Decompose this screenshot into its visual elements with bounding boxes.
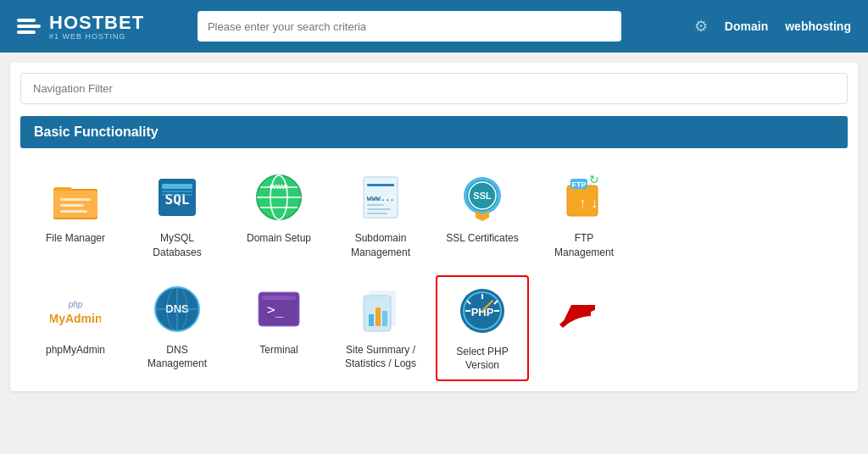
icon-item-file-manager[interactable]: File Manager bbox=[29, 163, 122, 267]
file-manager-label: File Manager bbox=[46, 231, 105, 246]
svg-rect-25 bbox=[367, 208, 391, 210]
header: HOSTBET #1 WEB HOSTING ⚙ Domain webhosti… bbox=[0, 0, 868, 53]
svg-rect-6 bbox=[60, 210, 87, 213]
gear-icon[interactable]: ⚙ bbox=[694, 17, 708, 36]
red-arrow bbox=[527, 305, 595, 351]
domain-setup-label: Domain Setup bbox=[247, 231, 311, 246]
site-summary-icon bbox=[353, 282, 408, 336]
logo-area: HOSTBET #1 WEB HOSTING bbox=[17, 12, 153, 41]
nav-domain[interactable]: Domain bbox=[725, 19, 768, 33]
site-summary-label: Site Summary /Statistics / Logs bbox=[345, 343, 416, 372]
ftp-label: FTPManagement bbox=[554, 231, 614, 260]
logo-icon bbox=[17, 19, 41, 34]
search-bar[interactable] bbox=[198, 11, 621, 42]
terminal-icon: >_ bbox=[252, 282, 306, 336]
mysql-icon: SQL bbox=[150, 170, 204, 224]
svg-text:www: www bbox=[269, 182, 288, 191]
nav-webhosting[interactable]: webhosting bbox=[785, 19, 851, 33]
nav-filter-input[interactable] bbox=[20, 73, 848, 104]
search-input[interactable] bbox=[208, 20, 611, 33]
icon-item-subdomain[interactable]: www... SubdomainManagement bbox=[334, 163, 427, 267]
icon-grid-row2: php MyAdmin phpMyAdmin DNS DNSManagement bbox=[20, 275, 848, 382]
icon-item-site-summary[interactable]: Site Summary /Statistics / Logs bbox=[334, 275, 427, 382]
php-version-label: Select PHPVersion bbox=[456, 345, 508, 374]
ssl-icon: SSL bbox=[455, 170, 509, 224]
header-right: ⚙ Domain webhosting bbox=[694, 17, 851, 36]
svg-text:SSL: SSL bbox=[473, 191, 492, 201]
php-version-icon: PHP bbox=[455, 284, 509, 338]
icon-grid-row1: File Manager SQL MySQLDatabases bbox=[20, 163, 848, 267]
mysql-label: MySQLDatabases bbox=[153, 231, 201, 260]
subdomain-icon: www... bbox=[353, 170, 408, 224]
svg-rect-11 bbox=[162, 194, 192, 196]
ssl-label: SSL Certificates bbox=[446, 231, 519, 246]
icon-item-dns[interactable]: DNS DNSManagement bbox=[131, 275, 224, 382]
svg-text:FTP: FTP bbox=[572, 180, 587, 189]
svg-rect-50 bbox=[262, 296, 296, 300]
terminal-label: Terminal bbox=[259, 343, 298, 357]
svg-text:php: php bbox=[68, 300, 83, 309]
svg-rect-5 bbox=[60, 204, 84, 207]
svg-rect-22 bbox=[367, 184, 394, 186]
svg-rect-24 bbox=[367, 204, 384, 206]
svg-text:SQL: SQL bbox=[165, 191, 190, 208]
section-header: Basic Functionality bbox=[20, 116, 848, 148]
svg-rect-53 bbox=[369, 314, 374, 326]
svg-text:PHP: PHP bbox=[471, 306, 494, 318]
subdomain-label: SubdomainManagement bbox=[351, 231, 410, 260]
svg-text:>_: >_ bbox=[267, 302, 284, 318]
icon-item-phpmyadmin[interactable]: php MyAdmin phpMyAdmin bbox=[29, 275, 122, 382]
icon-item-mysql[interactable]: SQL MySQLDatabases bbox=[131, 163, 224, 267]
svg-text:MyAdmin: MyAdmin bbox=[50, 312, 101, 325]
dns-icon: DNS bbox=[150, 282, 204, 336]
svg-rect-54 bbox=[376, 307, 381, 326]
phpmyadmin-icon: php MyAdmin bbox=[48, 282, 103, 336]
ftp-icon: ↑ ↓ FTP ↻ bbox=[557, 170, 611, 224]
icon-item-php-version[interactable]: PHP Select PHPVersion bbox=[436, 275, 529, 382]
svg-text:↻: ↻ bbox=[589, 173, 599, 186]
svg-text:↑: ↑ bbox=[579, 196, 586, 210]
logo-text: HOSTBET bbox=[49, 12, 144, 34]
main-content: Basic Functionality File Manager bbox=[10, 63, 858, 391]
svg-rect-4 bbox=[60, 198, 91, 201]
icon-item-ftp[interactable]: ↑ ↓ FTP ↻ FTPManagement bbox=[537, 163, 631, 267]
svg-text:↓: ↓ bbox=[591, 196, 598, 210]
file-manager-icon bbox=[48, 170, 103, 224]
svg-text:www...: www... bbox=[367, 194, 395, 202]
svg-rect-55 bbox=[382, 311, 387, 326]
icon-item-ssl[interactable]: SSL SSL Certificates bbox=[436, 163, 529, 267]
svg-rect-10 bbox=[162, 191, 192, 192]
svg-rect-26 bbox=[367, 213, 387, 214]
domain-setup-icon: www bbox=[252, 170, 306, 224]
svg-rect-9 bbox=[162, 184, 192, 189]
phpmyadmin-label: phpMyAdmin bbox=[46, 343, 105, 357]
dns-label: DNSManagement bbox=[147, 343, 207, 372]
icon-item-domain-setup[interactable]: www Domain Setup bbox=[232, 163, 326, 267]
icon-item-terminal[interactable]: >_ Terminal bbox=[232, 275, 326, 382]
